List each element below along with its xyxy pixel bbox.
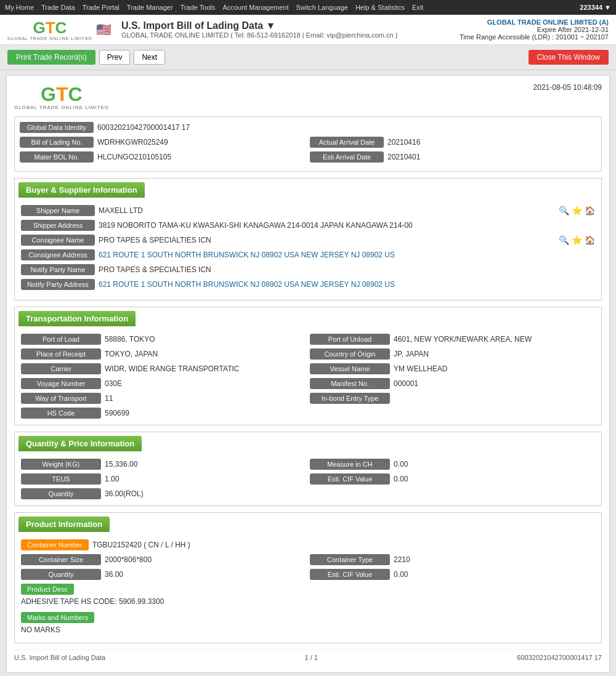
- main-content: GTC GLOBAL TRADE ONLINE LIMITED 2021-08-…: [6, 75, 610, 673]
- shipper-name-value: MAXELL LTD: [99, 206, 555, 215]
- voyage-number-label: Voyage Number: [21, 378, 101, 389]
- time-range: Time Range Accessible (LDR) : 201001 ~ 2…: [460, 33, 609, 41]
- gtc-logo: GTC GLOBAL TRADE ONLINE LIMITED: [7, 18, 92, 41]
- quantity-pair: Quantity 36.00(ROL): [21, 488, 595, 499]
- mater-bol-label: Mater BOL No.: [20, 151, 94, 163]
- transportation-body: Port of Load 58886, TOKYO Port of Unload…: [15, 330, 601, 425]
- product-header: Product Information: [18, 517, 110, 532]
- consignee-name-row: Consignee Name PRO TAPES & SPECIALTIES I…: [21, 235, 595, 246]
- port-of-unload-pair: Port of Unload 4601, NEW YORK/NEWARK ARE…: [310, 334, 595, 345]
- notify-party-address-label: Notify Party Address: [21, 279, 95, 290]
- manifest-no-label: Manifest No.: [310, 378, 390, 389]
- voyage-number-pair: Voyage Number 030E: [21, 378, 306, 389]
- notify-party-name-row: Notify Party Name PRO TAPES & SPECIALTIE…: [21, 264, 595, 275]
- container-type-pair: Container Type 2210: [310, 554, 595, 565]
- nav-account-management[interactable]: Account Management: [223, 4, 289, 11]
- nav-help-statistics[interactable]: Help & Statistics: [355, 4, 405, 11]
- product-quantity-label: Quantity: [21, 569, 101, 580]
- carrier-value: WIDR, WIDE RANGE TRANSPORTATIC: [105, 364, 239, 373]
- nav-switch-language[interactable]: Switch Language: [296, 4, 348, 11]
- country-of-origin-pair: Country of Origin JP, JAPAN: [310, 348, 595, 360]
- way-of-transport-value: 11: [105, 394, 113, 403]
- hs-code-pair: HS Code 590699: [21, 408, 595, 419]
- consignee-address-row: Consignee Address 621 ROUTE 1 SOUTH NORT…: [21, 249, 595, 260]
- teus-value: 1.00: [105, 475, 119, 483]
- notify-party-address-row: Notify Party Address 621 ROUTE 1 SOUTH N…: [21, 279, 595, 290]
- nav-trade-portal[interactable]: Trade Portal: [83, 4, 120, 11]
- consignee-name-value: PRO TAPES & SPECIALTIES ICN: [99, 236, 555, 244]
- esti-arrival-value: 20210401: [387, 153, 596, 161]
- search-icon-shipper[interactable]: 🔍: [559, 206, 569, 215]
- place-of-receipt-label: Place of Receipt: [21, 348, 101, 360]
- marks-section: Marks and Numbers NO MARKS: [21, 612, 595, 637]
- product-desc-text: ADHESIVE TAPE HS CODE: 5906.99.3300: [21, 595, 595, 608]
- buyer-supplier-section: Buyer & Supplier Information Shipper Nam…: [14, 178, 602, 300]
- top-navigation: My Home Trade Data Trade Portal Trade Ma…: [0, 0, 616, 15]
- nav-my-home[interactable]: My Home: [5, 4, 34, 11]
- carrier-label: Carrier: [21, 363, 101, 374]
- nav-exit[interactable]: Exit: [412, 4, 423, 11]
- shipper-address-value: 3819 NOBORITO TAMA-KU KWASAKI-SHI KANAGA…: [99, 221, 595, 230]
- weight-kg-pair: Weight (KG) 15,336.00: [21, 459, 306, 470]
- product-esti-cif-label: Esti. CIF Value: [310, 569, 390, 580]
- search-icon-consignee[interactable]: 🔍: [559, 235, 569, 245]
- place-of-receipt-value: TOKYO, JAPAN: [105, 350, 158, 358]
- product-body: Container Number TGBU2152420 ( CN / L / …: [15, 536, 601, 643]
- transportation-section: Transportation Information Port of Load …: [14, 307, 602, 425]
- container-size-label: Container Size: [21, 554, 101, 565]
- next-button-top[interactable]: Next: [134, 50, 165, 65]
- product-desc-section: Product Desc ADHESIVE TAPE HS CODE: 5906…: [21, 584, 595, 608]
- hs-code-label: HS Code: [21, 408, 101, 419]
- container-size-pair: Container Size 2000*806*800: [21, 554, 306, 565]
- doc-date: 2021-08-05 10:48:09: [533, 83, 602, 92]
- global-data-identity-row: Global Data Identity 6003202104270000141…: [20, 122, 596, 133]
- home-icon-shipper[interactable]: 🏠: [585, 206, 595, 215]
- doc-header: GTC GLOBAL TRADE ONLINE LIMITED 2021-08-…: [14, 83, 602, 110]
- nav-trade-manager[interactable]: Trade Manager: [127, 4, 173, 11]
- mater-bol-value: HLCUNGO210105105: [97, 153, 306, 161]
- doc-footer: U.S. Import Bill of Lading Data 1 / 1 60…: [14, 650, 602, 665]
- star-icon-shipper[interactable]: ⭐: [572, 206, 582, 215]
- container-size-value: 2000*806*800: [105, 555, 152, 564]
- title-area: U.S. Import Bill of Lading Data ▼ GLOBAL…: [115, 20, 460, 39]
- esti-cif-label: Esti. CIF Value: [310, 473, 390, 485]
- quantity-price-section: Quantity & Price Information Weight (KG)…: [14, 432, 602, 506]
- way-of-transport-label: Way of Transport: [21, 393, 101, 404]
- teus-pair: TEUS 1.00: [21, 473, 306, 485]
- home-icon-consignee[interactable]: 🏠: [585, 235, 595, 245]
- transport-grid: Port of Load 58886, TOKYO Port of Unload…: [21, 334, 595, 404]
- account-info: GLOBAL TRADE ONLINE LIMITED (A) Expire A…: [460, 18, 609, 41]
- nav-trade-data[interactable]: Trade Data: [41, 4, 75, 11]
- product-grid: Container Size 2000*806*800 Container Ty…: [21, 554, 595, 580]
- notify-party-name-value: PRO TAPES & SPECIALTIES ICN: [99, 265, 595, 274]
- flag-icon[interactable]: 🇺🇸: [96, 22, 111, 37]
- esti-cif-value: 0.00: [394, 475, 408, 483]
- quantity-price-body: Weight (KG) 15,336.00 Measure in CH 0.00…: [15, 455, 601, 505]
- prev-button-top[interactable]: Prev: [99, 50, 131, 65]
- container-number-value: TGBU2152420 ( CN / L / HH ): [92, 541, 595, 549]
- actual-arrival-value: 20210416: [387, 138, 596, 147]
- vessel-name-value: YM WELLHEAD: [394, 364, 447, 373]
- manifest-no-value: 000001: [394, 379, 418, 388]
- marks-text: NO MARKS: [21, 623, 595, 637]
- shipper-name-label: Shipper Name: [21, 205, 95, 216]
- quantity-label: Quantity: [21, 488, 101, 499]
- measure-in-ch-value: 0.00: [394, 460, 408, 469]
- star-icon-consignee[interactable]: ⭐: [572, 235, 582, 245]
- container-number-button[interactable]: Container Number: [21, 539, 89, 550]
- teus-label: TEUS: [21, 473, 101, 485]
- logo-area: GTC GLOBAL TRADE ONLINE LIMITED: [7, 18, 92, 41]
- measure-in-ch-label: Measure in CH: [310, 459, 390, 470]
- expire-date: Expire After 2021-12-31: [460, 26, 609, 33]
- close-button-top[interactable]: Close This Window: [529, 50, 609, 65]
- buyer-supplier-header: Buyer & Supplier Information: [18, 182, 145, 198]
- way-of-transport-pair: Way of Transport 11: [21, 393, 306, 404]
- vessel-name-pair: Vessel Name YM WELLHEAD: [310, 363, 595, 374]
- doc-footer-title: U.S. Import Bill of Lading Data: [14, 654, 105, 661]
- product-esti-cif-pair: Esti. CIF Value 0.00: [310, 569, 595, 580]
- marks-button[interactable]: Marks and Numbers: [21, 612, 94, 623]
- print-button-top[interactable]: Print Trade Record(s): [7, 50, 95, 65]
- product-desc-button[interactable]: Product Desc: [21, 584, 74, 595]
- nav-trade-tools[interactable]: Trade Tools: [180, 4, 216, 11]
- product-esti-cif-value: 0.00: [394, 570, 408, 579]
